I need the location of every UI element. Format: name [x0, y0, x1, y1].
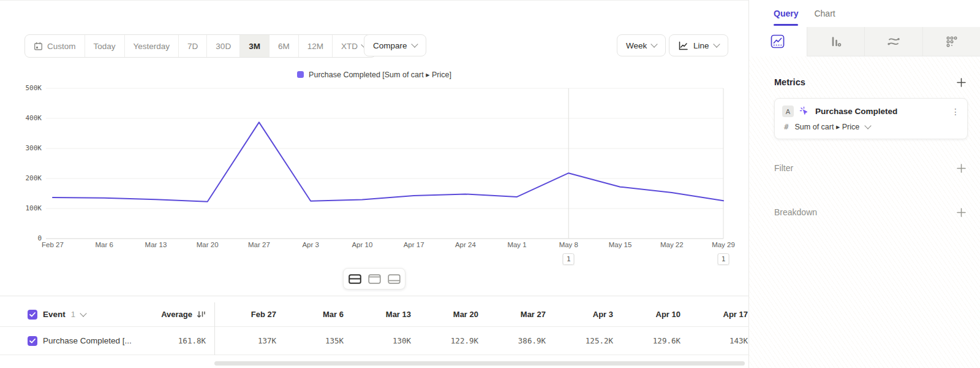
event-count: 1 [71, 310, 75, 319]
range-custom[interactable]: Custom [25, 35, 85, 57]
metrics-title: Metrics [774, 77, 805, 87]
value-cell: 130K [349, 336, 417, 345]
date-column-header[interactable]: Mar 6 [282, 310, 349, 319]
kebab-menu-icon[interactable]: ⋮ [951, 107, 960, 116]
chevron-down-icon [713, 40, 720, 47]
filter-title: Filter [774, 163, 793, 173]
granularity-label: Week [626, 41, 647, 50]
chart-type-switcher [749, 27, 980, 56]
range-12m[interactable]: 12M [298, 35, 332, 57]
y-tick-label: 200K [15, 174, 42, 182]
average-column-label: Average [161, 310, 192, 319]
date-range-segmented-control: CustomTodayYesterday7D30D3M6M12MXTD [24, 34, 376, 58]
sort-icon[interactable] [197, 310, 206, 319]
table-divider [0, 296, 749, 296]
annotation-count-badge[interactable]: 1 [563, 253, 575, 265]
compare-label: Compare [373, 41, 407, 50]
date-column-header[interactable]: Apr 10 [619, 310, 686, 319]
chart-type-retention[interactable] [922, 27, 980, 56]
y-tick-label: 0 [15, 234, 42, 242]
line-chart-icon [678, 40, 688, 51]
y-tick-label: 400K [15, 114, 42, 122]
metric-aggregation[interactable]: # Sum of cart ▸ Price [782, 122, 960, 131]
range-today[interactable]: Today [85, 35, 124, 57]
range-label: Yesterday [134, 42, 170, 51]
horizontal-scrollbar[interactable] [214, 361, 745, 366]
check-icon [29, 312, 36, 317]
range-yesterday[interactable]: Yesterday [124, 35, 179, 57]
flow-icon [886, 35, 901, 48]
line-chart-icon [771, 34, 785, 48]
legend-swatch [297, 71, 304, 78]
metrics-section-header: Metrics [774, 75, 967, 90]
y-tick-label: 100K [15, 204, 42, 212]
filter-section-header: Filter [774, 161, 967, 175]
row-average-value: 161.8K [178, 336, 206, 345]
chart-type-line[interactable] [749, 27, 807, 56]
view-table-only-button[interactable] [385, 270, 403, 287]
view-chart-only-button[interactable] [365, 270, 383, 287]
chart-type-button[interactable]: Line [669, 34, 728, 56]
annotation-count-badge[interactable]: 1 [718, 253, 729, 265]
metric-card[interactable]: A Purchase Completed ⋮ # Sum of cart ▸ P… [774, 98, 968, 139]
chart-only-icon [368, 274, 381, 284]
range-30d[interactable]: 30D [206, 35, 239, 57]
table-only-icon [388, 274, 401, 284]
data-series-line[interactable] [53, 122, 723, 201]
date-column-header[interactable]: Mar 27 [484, 310, 551, 319]
range-7d[interactable]: 7D [178, 35, 206, 57]
chart-type-flow[interactable] [864, 27, 922, 56]
tab-query[interactable]: Query [774, 0, 798, 27]
query-panel: QueryChart [749, 0, 980, 368]
date-column-header[interactable]: Mar 20 [417, 310, 484, 319]
range-label: 30D [216, 42, 231, 51]
x-tick-label: Mar 27 [248, 241, 270, 248]
date-column-header[interactable]: Mar 13 [349, 310, 417, 319]
calendar-icon [34, 42, 43, 51]
table-header-left: Event 1 Average [0, 310, 214, 320]
compare-button[interactable]: Compare [364, 34, 426, 56]
event-spark-icon [799, 106, 810, 117]
date-column-header[interactable]: Apr 17 [686, 310, 753, 319]
granularity-button[interactable]: Week [617, 34, 666, 56]
table-row[interactable]: Purchase Completed [... 161.8K 137K135K1… [0, 327, 753, 355]
table-row-left: Purchase Completed [... 161.8K [0, 336, 214, 346]
x-tick-label: Apr 24 [455, 241, 476, 248]
table-row-values: 137K135K130K122.9K386.9K125.2K129.6K143K [214, 336, 753, 345]
add-breakdown-button[interactable] [956, 207, 967, 218]
x-tick-label: May 22 [660, 241, 684, 248]
range-3m[interactable]: 3M [239, 35, 269, 57]
chevron-down-icon [864, 122, 871, 129]
chevron-down-icon[interactable] [80, 310, 86, 316]
tab-chart[interactable]: Chart [814, 0, 835, 27]
chevron-down-icon [411, 40, 418, 47]
aggregation-label: Sum of cart ▸ Price [795, 122, 860, 131]
value-cell: 137K [214, 336, 282, 345]
range-label: Today [94, 42, 116, 51]
value-cell: 129.6K [619, 336, 686, 345]
select-all-checkbox[interactable] [28, 310, 37, 320]
x-tick-label: May 29 [712, 241, 735, 248]
view-split-view-button[interactable] [345, 270, 364, 287]
row-checkbox[interactable] [28, 336, 37, 346]
table-header-row: Event 1 Average Feb 27Mar 6Mar 13Mar 20M… [0, 302, 753, 327]
column-divider [214, 302, 215, 355]
y-tick-label: 300K [15, 144, 42, 152]
add-filter-button[interactable] [956, 163, 967, 174]
x-tick-label: Apr 10 [352, 241, 372, 248]
line-chart[interactable] [46, 88, 723, 239]
x-tick-label: Apr 17 [404, 241, 424, 248]
value-cell: 122.9K [417, 336, 484, 345]
y-tick-label: 500K [15, 84, 42, 92]
date-column-header[interactable]: Apr 3 [551, 310, 619, 319]
x-tick-label: Mar 6 [96, 241, 113, 248]
row-label: Purchase Completed [... [43, 336, 132, 345]
date-column-header[interactable]: Feb 27 [214, 310, 282, 319]
chart-legend: Purchase Completed [Sum of cart ▸ Price] [0, 70, 748, 79]
add-metric-button[interactable] [956, 77, 967, 88]
x-tick-label: May 8 [559, 241, 578, 248]
chart-type-bar[interactable] [807, 27, 865, 56]
value-cell: 143K [686, 336, 753, 345]
range-6m[interactable]: 6M [269, 35, 298, 57]
x-tick-label: Mar 20 [197, 241, 219, 248]
